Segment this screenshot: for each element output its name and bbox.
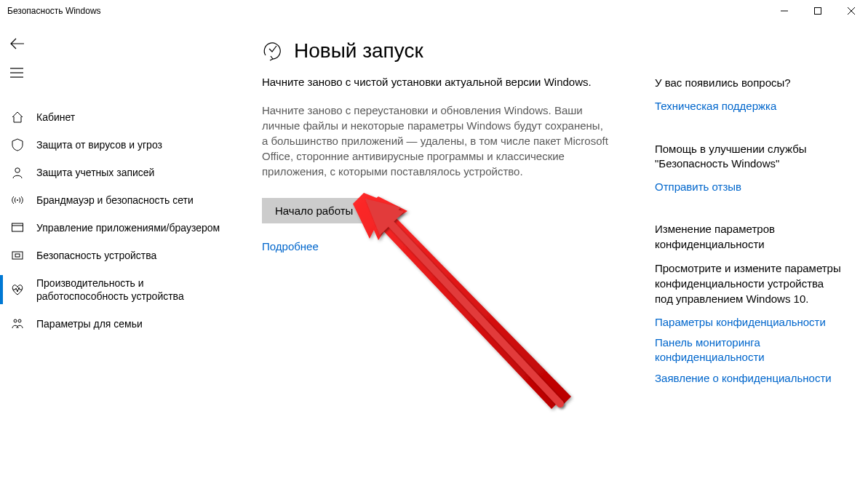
aside: У вас появились вопросы? Техническая под…: [655, 39, 844, 497]
shield-icon: [10, 138, 25, 152]
sidebar-item-home[interactable]: Кабинет: [0, 103, 233, 131]
sidebar-item-label: Кабинет: [36, 111, 75, 124]
get-started-button[interactable]: Начало работы: [262, 198, 366, 223]
person-icon: [10, 165, 25, 180]
svg-point-7: [15, 168, 20, 172]
aside-questions: У вас появились вопросы? Техническая под…: [655, 76, 844, 114]
sidebar: Кабинет Защита от вирусов и угроз Защита…: [0, 22, 233, 497]
home-icon: [10, 110, 25, 124]
maximize-button[interactable]: [801, 0, 835, 22]
sidebar-item-label: Защита от вирусов и угроз: [36, 138, 162, 151]
aside-title: Помощь в улучшении службы "Безопасность …: [655, 142, 844, 172]
page-description: Начните заново с переустановки и обновле…: [262, 103, 611, 179]
heart-icon: [10, 282, 25, 297]
aside-text: Просмотрите и измените параметры конфиде…: [655, 261, 844, 306]
sidebar-item-family[interactable]: Параметры для семьи: [0, 310, 233, 338]
titlebar: Безопасность Windows: [0, 0, 868, 22]
window-title: Безопасность Windows: [7, 6, 101, 16]
sidebar-item-label: Производительность и работоспособность у…: [36, 277, 233, 303]
aside-feedback: Помощь в улучшении службы "Безопасность …: [655, 142, 844, 195]
svg-point-14: [18, 319, 21, 322]
main-content: Новый запуск Начните заново с чистой уст…: [262, 39, 611, 497]
family-icon: [10, 317, 25, 331]
svg-rect-9: [12, 223, 23, 231]
sidebar-item-virus[interactable]: Защита от вирусов и угроз: [0, 131, 233, 159]
window-controls: [768, 0, 868, 22]
privacy-settings-link[interactable]: Параметры конфиденциальности: [655, 315, 844, 330]
antenna-icon: [10, 193, 25, 207]
learn-more-link[interactable]: Подробнее: [262, 240, 319, 253]
sidebar-item-device-security[interactable]: Безопасность устройства: [0, 242, 233, 269]
sidebar-item-label: Безопасность устройства: [36, 249, 156, 262]
sidebar-item-label: Параметры для семьи: [36, 317, 143, 330]
privacy-statement-link[interactable]: Заявление о конфиденциальности: [655, 371, 844, 386]
sidebar-item-label: Брандмауэр и безопасность сети: [36, 194, 194, 207]
sidebar-item-firewall[interactable]: Брандмауэр и безопасность сети: [0, 186, 233, 214]
sidebar-item-label: Защита учетных записей: [36, 166, 154, 179]
page-subtitle: Начните заново с чистой установки актуал…: [262, 76, 611, 88]
aside-title: Изменение параметров конфиденциальности: [655, 222, 844, 252]
chip-icon: [10, 248, 25, 263]
sidebar-item-label: Управление приложениями/браузером: [36, 221, 220, 234]
aside-title: У вас появились вопросы?: [655, 76, 844, 90]
close-button[interactable]: [835, 0, 868, 22]
feedback-link[interactable]: Отправить отзыв: [655, 180, 844, 194]
svg-point-8: [17, 199, 18, 201]
svg-rect-12: [15, 254, 20, 257]
back-button[interactable]: [0, 29, 233, 58]
support-link[interactable]: Техническая поддержка: [655, 99, 844, 114]
svg-point-13: [14, 319, 17, 322]
aside-privacy: Изменение параметров конфиденциальности …: [655, 222, 844, 386]
sidebar-item-account[interactable]: Защита учетных записей: [0, 159, 233, 186]
svg-rect-11: [12, 252, 23, 259]
app-icon: [10, 220, 25, 235]
hamburger-button[interactable]: [0, 58, 233, 87]
svg-rect-1: [815, 8, 821, 15]
privacy-dashboard-link[interactable]: Панель мониторинга конфиденциальности: [655, 335, 844, 365]
sidebar-item-performance[interactable]: Производительность и работоспособность у…: [0, 269, 233, 310]
sidebar-item-app-browser[interactable]: Управление приложениями/браузером: [0, 214, 233, 242]
minimize-button[interactable]: [768, 0, 801, 22]
fresh-start-icon: [262, 40, 284, 62]
page-title: Новый запуск: [294, 39, 423, 63]
